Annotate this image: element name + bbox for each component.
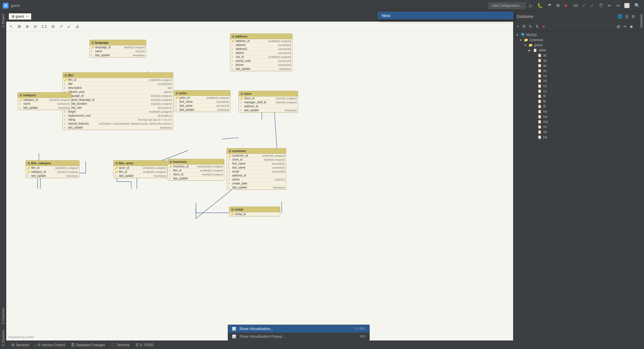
right-database-tab[interactable]: Database [638,11,644,349]
version-control-button[interactable]: ↕ 9: Version Control [32,341,68,349]
git-check-button[interactable]: ✓ [581,2,587,9]
one-to-one-tool[interactable]: 1:1 [40,23,49,30]
guest-tab[interactable]: ⊞ guest ✕ [9,13,32,20]
table-customer[interactable]: ⊞ customer 🔑customer_idsmallint(5) unsig… [227,148,286,190]
table-film-actor[interactable]: ⊞ film_actor 🔑actor_idsmallint(5) unsign… [113,160,167,178]
structure-tab[interactable]: Z: Structure [0,327,6,349]
git-redo-button[interactable]: ↪ [615,2,621,9]
table-row: 🔑inventory_idmediumint(8) unsigned [168,165,224,169]
tree-table-ho[interactable]: 📋ho [514,109,644,114]
table-row: ↗original_language_idtinyint(3) unsigned [63,98,173,102]
debug-button[interactable]: 🐛 [536,2,544,9]
tree-schemas[interactable]: ▼ 📁 schemas 2 [514,37,644,43]
show-visualisation-popup-button[interactable]: 📊 Show Visualisation Popup... ⌘U [228,333,369,340]
tree-tables[interactable]: ▶ 📋 table [514,48,644,53]
table-language[interactable]: ⊞ language 🔑language_idtinyint(3) unsign… [89,40,146,58]
guest-icon: 📁 [528,43,533,47]
favorites-tab[interactable]: 2: Favorites [0,305,6,327]
tree-table-ac2[interactable]: 📋ac [514,58,644,63]
table-row: ≡last_updatetimestamp [18,106,71,110]
terminal-button[interactable]: ⬛ Terminal [108,341,133,349]
print-tool[interactable]: 🖨 [74,23,81,30]
tree-table-ac3[interactable]: 📋ac [514,63,644,68]
show-visualisation-button[interactable]: 📊 Show Visualisation... ⌥⇧⌘U [228,325,369,333]
services-button[interactable]: ⚙ Services [9,341,32,349]
tree-mysql[interactable]: ▼ 🐬 MySQL 2 [514,32,644,37]
footer-bar: ⚙ Services ↕ 9: Version Control 🗄 Databa… [6,340,513,349]
tree-table-mi2[interactable]: 📋mi [514,129,644,134]
coverage-button[interactable]: ☂ [546,2,553,9]
tree-guest[interactable]: ▼ 📁 guest [514,43,644,48]
table-actor[interactable]: ⊞ actor 🔑actor_idsmallint(5) unsigned ≡f… [174,90,231,112]
table-film-category-header: ⊞ film_category [26,161,79,166]
table-store[interactable]: ⊞ store 🔑store_idtinyint(3) unsigned ↗ma… [239,91,298,113]
db-globe-button[interactable]: 🌐 [617,13,623,20]
remove-tool[interactable]: ⊖ [32,23,39,30]
table-row: ↗city_idsmallint(5) unsigned [230,55,292,59]
collapse-tool[interactable]: ↙ [66,23,72,30]
profile-button[interactable]: ⚙ [555,2,561,9]
db-console-button[interactable]: ▶ [629,23,635,30]
database-tab-label[interactable]: Database [638,11,644,30]
db-copy-button[interactable]: ⧉ [521,23,527,30]
db-stop-button[interactable]: ■ [541,23,546,30]
git-checkmark-button[interactable]: ✓ [589,2,595,9]
add-tool[interactable]: ⊕ [24,23,31,30]
git-history-button[interactable]: ⏱ [597,2,604,9]
table-row: 🔑film_idsmallint(5) unsigned [26,166,79,170]
tree-table-cit[interactable]: 📋cit [514,78,644,83]
todo-button[interactable]: ☰ 6: TODO [133,341,157,349]
table-row: ≡last_updatetimestamp [26,174,79,178]
guest-arrow: ▼ [524,44,527,47]
db-settings-button[interactable]: ⚙ [631,13,636,20]
db-edit-button[interactable]: ✏ [622,23,628,30]
git-undo-button[interactable]: ↩ [607,2,612,9]
stop-button[interactable]: ■ [563,2,568,9]
table-row: ≡rental_durationtinyint(3) unsigned [63,102,173,106]
db-toolbar: + ⧉ ↻ ⇅ ■ ⊞ ✏ ▶ ▼ [514,22,644,31]
table-row: ≡titlevarchar(255) [63,82,173,86]
expand-button[interactable]: ⬜ [623,2,631,9]
tree-table-fil3[interactable]: 📋fil [514,104,644,109]
tree-table-las[interactable]: 📋las [514,114,644,119]
tree-table-ca[interactable]: 📋ca [514,73,644,78]
expand-tool[interactable]: ↗ [58,23,64,30]
tree-table-fil2[interactable]: 📋fil [514,99,644,104]
guest-label: guest [534,43,642,47]
db-add-button[interactable]: + [515,23,520,30]
table-film-category[interactable]: ⊞ film_category 🔑film_idsmallint(5) unsi… [26,160,80,178]
add-configuration-button[interactable]: Add Configuration... [488,2,526,9]
tree-table-cu[interactable]: 📋cu [514,89,644,94]
table-row: ≡activetinyint(1) [227,178,286,182]
table-row: 🔑customer_idsmallint(5) unsigned [227,154,286,158]
project-tab[interactable]: 1: Project [0,11,6,30]
fit-tool[interactable]: ⊟ [50,23,57,30]
search-everywhere-button[interactable]: 🔍 [633,2,641,9]
table-rental[interactable]: ⊞ rental 🔑rental_id [229,207,280,216]
grid-tool[interactable]: ⊞ [16,23,23,30]
db-refresh-button[interactable]: ↻ [527,23,534,30]
db-split-button[interactable]: ⊟ [624,13,630,20]
tree-table-ac4[interactable]: 📋ac [514,68,644,73]
table-row: ≡addressvarchar(50) [230,43,292,47]
tree-table-mi1[interactable]: 📋mi [514,124,644,129]
db-table-view-button[interactable]: ⊞ [615,23,622,30]
database-changes-button[interactable]: 🗄 Database Changes [68,341,108,349]
table-address[interactable]: ⊞ address 🔑address_idsmallint(5) unsigne… [230,33,292,71]
tree-table-fil1[interactable]: 📋fil [514,94,644,99]
tree-table-ma[interactable]: 📋ma [514,119,644,124]
table-row: ≡last_updatetimestamp [114,174,167,178]
new-submenu-new-item[interactable]: New [378,12,513,19]
pointer-tool[interactable]: ↖ [8,23,15,30]
table-category[interactable]: ⊞ category 🔑category_idtinyint(3) unsign… [18,92,72,110]
table-film[interactable]: ⊞ film 🔑film_idsmallint(5) unsigned ≡tit… [62,72,173,130]
guest-tab-close[interactable]: ✕ [26,15,28,18]
app-icon: ⊞ [3,3,9,9]
tree-table-co[interactable]: 📋co [514,83,644,89]
db-sync-button[interactable]: ⇅ [534,23,540,30]
tree-table-pa[interactable]: 📋pa [514,134,644,140]
table-row: ↗address_id [239,104,298,108]
run-button[interactable]: ▷ [528,2,534,9]
tree-table-ac1[interactable]: 📋ac [514,53,644,58]
table-inventory[interactable]: ⊞ inventory 🔑inventory_idmediumint(8) un… [168,159,224,181]
